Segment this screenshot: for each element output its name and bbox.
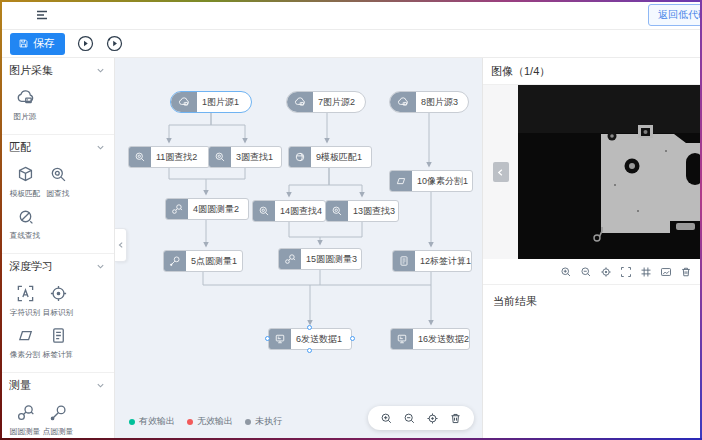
flow-node[interactable]: 9模板匹配1 <box>288 146 372 168</box>
trash-icon[interactable] <box>449 412 462 425</box>
flow-node-selected[interactable]: 6发送数据1 <box>268 328 352 350</box>
node-label: 9模板匹配1 <box>311 151 367 164</box>
locate-icon[interactable] <box>600 266 612 278</box>
cloud-icon <box>287 92 313 112</box>
chevron-down-icon <box>96 381 105 390</box>
cloud-icon <box>390 92 416 112</box>
section-title: 匹配 <box>9 140 31 155</box>
results-empty-area <box>483 318 702 440</box>
sphere-icon <box>289 147 311 167</box>
node-label: 14圆查找4 <box>275 205 327 218</box>
section-title: 图片采集 <box>9 63 53 78</box>
run-toolbar: 保存 <box>0 30 702 58</box>
section-match: 匹配 模板匹配 圆查找 直线查找 <box>0 135 114 254</box>
menu-icon[interactable] <box>34 7 50 23</box>
circle-find-icon <box>129 147 151 167</box>
save-icon <box>18 38 29 49</box>
image-viewer <box>483 85 702 259</box>
section-header[interactable]: 匹配 <box>9 140 105 155</box>
tool-label: 目标识别 <box>43 307 73 317</box>
node-handle-bottom[interactable] <box>307 348 312 353</box>
flow-node[interactable]: 5点圆测量1 <box>163 250 243 272</box>
chevron-left-icon <box>117 241 125 249</box>
inspection-image[interactable] <box>518 85 702 259</box>
image-icon[interactable] <box>660 266 672 278</box>
tool-pixel-segment[interactable]: 像素分割 <box>9 323 41 365</box>
run-once-icon[interactable] <box>106 35 123 52</box>
flow-node[interactable]: 15圆圆测量3 <box>278 248 362 270</box>
flow-node[interactable]: 16发送数据2 <box>390 328 470 350</box>
tool-label: 点圆测量 <box>43 426 73 436</box>
segment-icon <box>390 171 412 191</box>
legend-label: 未执行 <box>255 415 282 428</box>
flow-node[interactable]: 10像素分割1 <box>389 170 473 192</box>
node-label: 11圆查找2 <box>151 151 202 164</box>
tool-label-calc[interactable]: 标签计算 <box>42 323 74 365</box>
tool-object-detect[interactable]: 目标识别 <box>42 281 74 323</box>
sidebar-collapse-handle[interactable] <box>115 228 127 262</box>
tool-image-source[interactable]: 图片源 <box>9 85 41 127</box>
app-window: 返回低代码 保存 图片采集 图片源 <box>0 0 702 440</box>
flow-canvas[interactable]: 1图片源1 7图片源2 8图片源3 11圆查找2 3圆查找1 9模板匹配1 <box>115 58 482 440</box>
cloud-icon <box>171 92 197 112</box>
point-circle-measure-icon <box>49 403 68 422</box>
section-header[interactable]: 图片采集 <box>9 63 105 78</box>
zoom-in-icon[interactable] <box>560 266 572 278</box>
node-handle-top[interactable] <box>307 325 312 330</box>
image-nav-strip <box>483 85 518 259</box>
flow-node[interactable]: 14圆查找4 <box>252 200 326 222</box>
flow-node[interactable]: 8图片源3 <box>389 91 469 113</box>
section-header[interactable]: 深度学习 <box>9 259 105 274</box>
node-label: 13圆查找3 <box>348 205 400 218</box>
section-measure: 测量 圆圆测量 点圆测量 点点测量 <box>0 373 114 440</box>
back-to-lowcode-button[interactable]: 返回低代码 <box>648 4 702 26</box>
node-handle-left[interactable] <box>265 336 270 341</box>
section-header[interactable]: 测量 <box>9 378 105 393</box>
prev-image-button[interactable] <box>493 162 509 182</box>
section-deep-learning: 深度学习 字符识别 目标识别 像素分割 <box>0 254 114 373</box>
flow-node[interactable]: 12标签计算1 <box>392 250 472 272</box>
tool-circle-circle-measure[interactable]: 圆圆测量 <box>9 400 41 440</box>
tool-point-circle-measure[interactable]: 点圆测量 <box>42 400 74 440</box>
save-label: 保存 <box>33 36 55 51</box>
circle-find-icon <box>209 147 231 167</box>
section-title: 测量 <box>9 378 31 393</box>
zoom-out-icon[interactable] <box>403 412 416 425</box>
grid-icon[interactable] <box>640 266 652 278</box>
circle-find-icon <box>326 201 348 221</box>
save-button[interactable]: 保存 <box>10 33 65 55</box>
red-dot <box>187 419 193 425</box>
flow-node[interactable]: 13圆查找3 <box>325 200 399 222</box>
tool-ocr[interactable]: 字符识别 <box>9 281 41 323</box>
tool-label: 圆圆测量 <box>10 426 40 436</box>
cube-icon <box>16 165 35 184</box>
node-handle-right[interactable] <box>350 336 355 341</box>
flow-node[interactable]: 4圆圆测量2 <box>165 198 249 220</box>
flow-node[interactable]: 7图片源2 <box>286 91 366 113</box>
cloud-image-icon <box>16 88 35 107</box>
tool-circle-find[interactable]: 圆查找 <box>42 162 74 204</box>
node-label: 3圆查找1 <box>231 151 278 164</box>
label-calc-icon <box>393 251 415 271</box>
locate-icon[interactable] <box>426 412 439 425</box>
flow-node[interactable]: 11圆查找2 <box>128 146 210 168</box>
flow-node[interactable]: 1图片源1 <box>170 91 252 113</box>
run-icon[interactable] <box>77 35 94 52</box>
node-label: 16发送数据2 <box>413 333 474 346</box>
tool-line-find[interactable]: 直线查找 <box>9 204 41 246</box>
circle-find-icon <box>49 165 68 184</box>
zoom-out-icon[interactable] <box>580 266 592 278</box>
line-find-icon <box>16 207 35 226</box>
section-image-capture: 图片采集 图片源 <box>0 58 114 135</box>
chevron-down-icon <box>96 66 105 75</box>
flow-node[interactable]: 3圆查找1 <box>208 146 282 168</box>
legend-valid-output: 有效输出 <box>129 415 175 428</box>
result-panel: 图像（1/4） <box>482 58 702 440</box>
tool-template-match[interactable]: 模板匹配 <box>9 162 41 204</box>
zoom-in-icon[interactable] <box>380 412 393 425</box>
chevron-down-icon <box>96 262 105 271</box>
node-label: 5点圆测量1 <box>186 255 242 268</box>
fullscreen-icon[interactable] <box>620 266 632 278</box>
trash-icon[interactable] <box>680 266 692 278</box>
legend-invalid-output: 无效输出 <box>187 415 233 428</box>
